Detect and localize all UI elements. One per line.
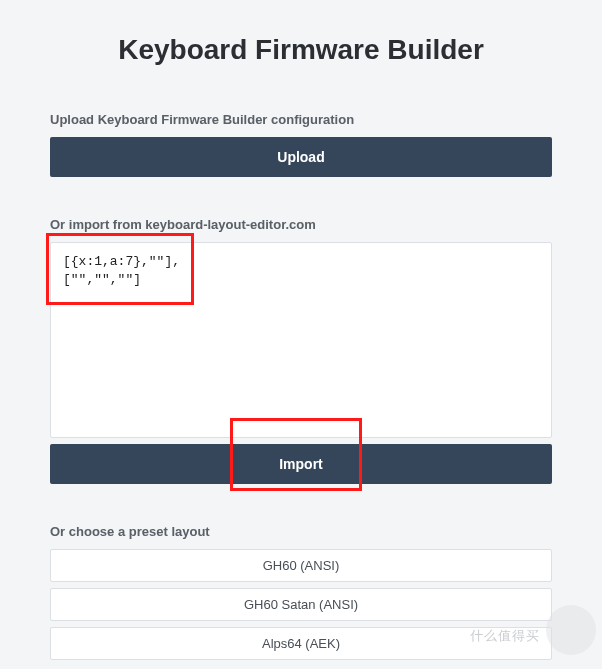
preset-gh60-ansi[interactable]: GH60 (ANSI) <box>50 549 552 582</box>
import-textarea[interactable] <box>63 253 539 427</box>
upload-section: Upload Keyboard Firmware Builder configu… <box>50 112 552 177</box>
preset-alps64-aek[interactable]: Alps64 (AEK) <box>50 627 552 660</box>
import-label: Or import from keyboard-layout-editor.co… <box>50 217 552 232</box>
presets-section: Or choose a preset layout GH60 (ANSI) GH… <box>50 524 552 666</box>
page-title: Keyboard Firmware Builder <box>50 34 552 66</box>
import-button[interactable]: Import <box>50 444 552 484</box>
import-textarea-wrap <box>50 242 552 438</box>
presets-label: Or choose a preset layout <box>50 524 552 539</box>
upload-button[interactable]: Upload <box>50 137 552 177</box>
import-section: Or import from keyboard-layout-editor.co… <box>50 217 552 484</box>
preset-gh60-satan-ansi[interactable]: GH60 Satan (ANSI) <box>50 588 552 621</box>
upload-label: Upload Keyboard Firmware Builder configu… <box>50 112 552 127</box>
